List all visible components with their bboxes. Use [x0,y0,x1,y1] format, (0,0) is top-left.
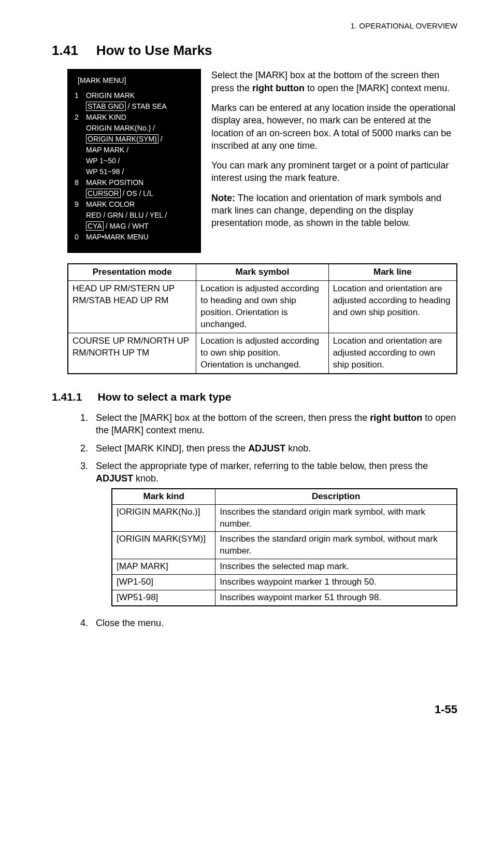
table-header: Mark kind [112,489,215,504]
subsection-title: How to select a mark type [97,390,231,404]
table-cell: [WP1-50] [112,575,215,590]
mark-menu-title: [MARK MENU] [78,75,194,86]
table-cell: [WP51-98] [112,590,215,606]
menu-item-rest: / MAG / WHT [104,222,149,230]
table-cell: [MAP MARK] [112,559,215,575]
table-cell: Location is adjusted according to headin… [196,281,328,333]
table-cell: Inscribes waypoint marker 51 through 98. [215,590,457,606]
table-header: Mark symbol [196,264,328,280]
step-item: Select [MARK KIND], then press the ADJUS… [80,442,457,455]
paragraph: Select the [MARK] box at the bottom of t… [211,69,457,94]
table-cell: Inscribes the standard origin mark symbo… [215,532,457,559]
table-row: COURSE UP RM/NORTH UP RM/NORTH UP TM Loc… [68,333,457,374]
table-cell: COURSE UP RM/NORTH UP RM/NORTH UP TM [68,333,196,374]
table-header: Presentation mode [68,264,196,280]
menu-item-selected: CURSOR [86,189,121,198]
menu-item-num: 1 [75,90,86,112]
table-header: Description [215,489,457,504]
subsection-heading: 1.41.1 How to select a mark type [52,390,457,404]
table-header-row: Presentation mode Mark symbol Mark line [68,264,457,280]
section-title: How to Use Marks [96,41,212,60]
presentation-mode-table: Presentation mode Mark symbol Mark line … [67,263,457,374]
menu-item-label: MAP•MARK MENU [86,232,149,243]
menu-item-rest: / STAB SEA [126,102,167,110]
table-header: Mark line [328,264,457,280]
table-row: [WP1-50]Inscribes waypoint marker 1 thro… [112,575,457,590]
paragraph: Marks can be entered at any location ins… [211,102,457,152]
menu-item-8: 8 MARK POSITION CURSOR / OS / L/L [75,177,194,199]
menu-item-label: MARK POSITION [86,178,143,187]
menu-item-selected: CYA [86,221,104,231]
steps-list: Select the [MARK] box at the bottom of t… [80,412,457,629]
table-row: [ORIGIN MARK(SYM)]Inscribes the standard… [112,532,457,559]
table-row: [WP51-98]Inscribes waypoint marker 51 th… [112,590,457,606]
table-cell: Location is adjusted according to own sh… [196,333,328,374]
menu-item-num: 0 [75,232,86,243]
section-number: 1.41 [52,41,78,60]
table-cell: [ORIGIN MARK(No.)] [112,504,215,532]
menu-item-line: ORIGIN MARK(No.) / [86,124,155,132]
menu-item-line: WP 1~50 / [86,157,120,165]
menu-item-9: 9 MARK COLOR RED / GRN / BLU / YEL / CYA… [75,199,194,232]
table-row: [ORIGIN MARK(No.)]Inscribes the standard… [112,504,457,532]
menu-item-num: 9 [75,199,86,232]
menu-item-label: MARK COLOR [86,200,135,208]
paragraph: You can mark any prominent target or a p… [211,159,457,185]
table-cell: Location and orientation are adjusted ac… [328,333,457,374]
menu-item-rest: / [159,135,163,143]
table-cell: Inscribes the standard origin mark symbo… [215,504,457,532]
intro-paragraphs: Select the [MARK] box at the bottom of t… [211,69,457,253]
mark-menu-box: [MARK MENU] 1 ORIGIN MARK STAB GND / STA… [67,69,201,253]
subsection-number: 1.41.1 [52,390,82,404]
table-row: HEAD UP RM/STERN UP RM/STAB HEAD UP RM L… [68,281,457,333]
step-item: Select the [MARK] box at the bottom of t… [80,412,457,437]
paragraph: Note: The location and orientation of ma… [211,192,457,230]
chapter-header: 1. OPERATIONAL OVERVIEW [52,21,457,31]
menu-item-num: 2 [75,112,86,177]
menu-item-label: ORIGIN MARK [86,91,135,100]
menu-item-line: RED / GRN / BLU / YEL / [86,211,167,219]
menu-item-label: MARK KIND [86,113,126,121]
table-cell: Inscribes waypoint marker 1 through 50. [215,575,457,590]
page-number: 1-55 [52,702,457,717]
mark-kind-table: Mark kind Description [ORIGIN MARK(No.)]… [111,488,457,607]
section-heading: 1.41 How to Use Marks [52,41,457,60]
table-cell: Location and orientation are adjusted ac… [328,281,457,333]
menu-item-line: WP 51~98 / [86,167,124,176]
menu-item-2: 2 MARK KIND ORIGIN MARK(No.) / ORIGIN MA… [75,112,194,177]
table-row: [MAP MARK]Inscribes the selected map mar… [112,559,457,575]
table-cell: [ORIGIN MARK(SYM)] [112,532,215,559]
menu-item-0: 0 MAP•MARK MENU [75,232,194,243]
step-item: Close the menu. [80,617,457,629]
table-cell: HEAD UP RM/STERN UP RM/STAB HEAD UP RM [68,281,196,333]
table-cell: Inscribes the selected map mark. [215,559,457,575]
menu-item-rest: / OS / L/L [121,189,153,197]
menu-item-selected: STAB GND [86,102,126,111]
menu-item-line: MAP MARK / [86,146,128,154]
table-header-row: Mark kind Description [112,489,457,504]
menu-item-selected: ORIGIN MARK(SYM) [86,134,159,144]
step-item: Select the appropriate type of marker, r… [80,460,457,606]
menu-item-1: 1 ORIGIN MARK STAB GND / STAB SEA [75,90,194,112]
menu-item-num: 8 [75,177,86,199]
